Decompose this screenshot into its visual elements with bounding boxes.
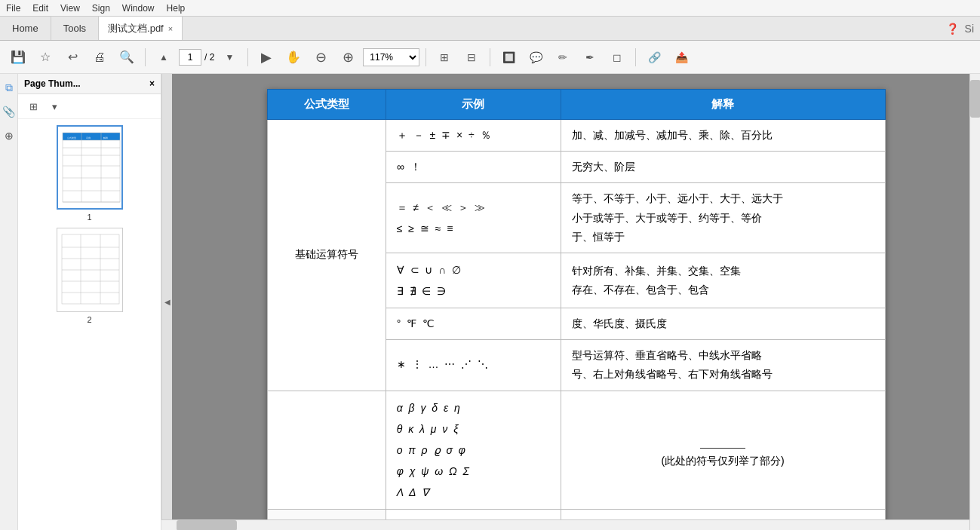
export-button[interactable]: 📤 [669,45,693,69]
panel-dropdown-button[interactable]: ▾ [45,97,63,115]
stamp-button[interactable]: 🔲 [496,45,521,69]
panel-close-button[interactable]: × [149,78,155,89]
separator-1 [145,48,146,66]
menu-view[interactable]: View [60,3,80,14]
tab-right-area: ❓ Si [940,17,980,40]
horizontal-scrollbar[interactable] [172,519,969,530]
pdf-viewer-area[interactable]: 公式类型 示例 解释 基础运算符号 ＋ － ± ∓ × ÷ ％ 加、减、加减号、… [172,74,980,530]
fit-width-button[interactable]: ⊟ [459,45,484,69]
table-row: 基础运算符号 ＋ － ± ∓ × ÷ ％ 加、减、加减号、减加号、乘、除、百分比 [267,120,885,152]
main-area: ⧉ 📎 ⊕ Page Thum... × ⊞ ▾ [0,74,980,530]
eraser-button[interactable]: ◻ [605,45,629,69]
thumbnail-1[interactable]: 公式类型 示例 解释 1 [57,125,123,222]
menu-file[interactable]: File [6,3,20,14]
cell-symbols: ∞ ！ [386,152,561,183]
help-icon[interactable]: ❓ [946,23,959,35]
back-button[interactable]: ↩ [60,45,84,69]
thumbnail-2[interactable]: 2 [57,228,123,324]
cell-symbols: ° ℉ ℃ [386,308,561,339]
comment-button[interactable]: 💬 [524,45,548,69]
thumbnail-panel: Page Thum... × ⊞ ▾ [18,74,161,530]
next-page-button[interactable]: ▼ [217,45,241,69]
menu-sign[interactable]: Sign [92,3,110,14]
thumbnail-1-image: 公式类型 示例 解释 [57,125,123,210]
fit-page-button[interactable]: ⊞ [432,45,456,69]
hand-tool-button[interactable]: ✋ [281,45,306,69]
tab-bar: Home Tools 测试文档.pdf × ❓ Si [0,17,980,41]
thumbnail-1-label: 1 [87,213,91,222]
page-separator: / 2 [204,52,214,63]
tab-home[interactable]: Home [0,17,51,40]
sidebar-thumbnail-icon[interactable]: ⧉ [2,80,17,95]
thumbnail-2-label: 2 [87,315,91,324]
svg-text:公式类型: 公式类型 [67,136,76,139]
separator-4 [490,48,490,66]
separator-3 [425,48,426,66]
svg-rect-3 [81,133,101,140]
h-scrollbar-thumb[interactable] [177,520,237,530]
menu-bar: File Edit View Sign Window Help [0,0,980,17]
vertical-scrollbar[interactable] [969,74,980,530]
cell-explanation: 等于、不等于、小于、远小于、大于、远大于 小于或等于、大于或等于、约等于、等价 … [561,183,885,253]
pencil-button[interactable]: ✏ [551,45,575,69]
save-button[interactable]: 💾 [6,45,30,69]
svg-text:解释: 解释 [103,136,108,139]
close-tab-button[interactable]: × [168,24,173,33]
separator-2 [247,48,248,66]
sidebar-attach-icon[interactable]: 📎 [2,104,17,119]
cell-explanation: 度、华氏度、摄氏度 [561,308,885,339]
zoom-in-button[interactable]: ⊕ [336,45,360,69]
svg-text:示例: 示例 [86,136,91,139]
pdf-page: 公式类型 示例 解释 基础运算符号 ＋ － ± ∓ × ÷ ％ 加、减、加减号、… [267,89,886,526]
cell-symbols: ＋ － ± ∓ × ÷ ％ [386,120,561,152]
menu-window[interactable]: Window [122,3,155,14]
cell-symbols: ＝ ≠ ＜ ≪ ＞ ≫≤ ≥ ≅ ≈ ≡ [386,183,561,253]
zoom-select[interactable]: 117% 100% 75% 150% 200% [363,48,419,66]
col-header-explanation: 解释 [561,90,885,120]
left-sidebar: ⧉ 📎 ⊕ [0,74,18,530]
tab-document[interactable]: 测试文档.pdf × [99,17,183,40]
scrollbar-thumb[interactable] [970,80,980,118]
cell-category-empty [267,391,386,509]
zoom-out-button[interactable]: ⊖ [309,45,333,69]
table-row: α β γ δ ε η θ κ λ μ ν ξ ο π ρ ϱ σ φ φ χ … [267,391,885,509]
cell-symbols-greek: α β γ δ ε η θ κ λ μ ν ξ ο π ρ ϱ σ φ φ χ … [386,391,561,509]
page-number-input[interactable] [179,49,201,66]
cell-symbols: ∗ ⋮ … ⋯ ⋰ ⋱ [386,340,561,391]
cell-symbols: ∀ ⊂ ∪ ∩ ∅∃ ∄ ∈ ∋ [386,253,561,308]
bookmark-button[interactable]: ☆ [33,45,57,69]
cell-explanation: 针对所有、补集、并集、交集、空集 存在、不存在、包含于、包含 [561,253,885,308]
user-icon[interactable]: Si [965,23,974,35]
tab-tools[interactable]: Tools [51,17,99,40]
cell-explanation: 无穷大、阶层 [561,152,885,183]
col-header-example: 示例 [386,90,561,120]
panel-toggle-button[interactable]: ◀ [161,74,172,530]
thumbnails-list: 公式类型 示例 解释 1 [18,119,161,530]
formula-table: 公式类型 示例 解释 基础运算符号 ＋ － ± ∓ × ÷ ％ 加、减、加减号、… [267,89,886,526]
svg-rect-18 [57,228,123,312]
tab-doc-label: 测试文档.pdf [108,22,164,35]
cell-explanation: 型号运算符、垂直省略号、中线水平省略 号、右上对角线省略号、右下对角线省略号 [561,340,885,391]
menu-edit[interactable]: Edit [32,3,48,14]
print-button[interactable]: 🖨 [88,45,112,69]
sign-button[interactable]: ✒ [578,45,602,69]
select-tool-button[interactable]: ▶ [254,45,278,69]
link-button[interactable]: 🔗 [642,45,666,69]
prev-page-button[interactable]: ▲ [152,45,176,69]
tab-spacer [183,17,939,40]
panel-grid-button[interactable]: ⊞ [24,97,42,115]
cell-explanation-greek: (此处的符号仅列举了部分) [561,391,885,509]
panel-title: Page Thum... [24,78,81,89]
panel-header: Page Thum... × [18,74,161,94]
panel-toolbar: ⊞ ▾ [18,94,161,119]
cell-explanation: 加、减、加减号、减加号、乘、除、百分比 [561,120,885,152]
menu-help[interactable]: Help [167,3,186,14]
sidebar-layer-icon[interactable]: ⊕ [2,128,17,143]
toolbar: 💾 ☆ ↩ 🖨 🔍 ▲ / 2 ▼ ▶ ✋ ⊖ ⊕ 117% 100% 75% … [0,41,980,74]
separator-5 [635,48,636,66]
col-header-type: 公式类型 [267,90,386,120]
page-navigation: / 2 [179,49,214,66]
search-button[interactable]: 🔍 [115,45,139,69]
cell-category: 基础运算符号 [267,120,386,391]
thumbnail-2-image [57,228,123,312]
